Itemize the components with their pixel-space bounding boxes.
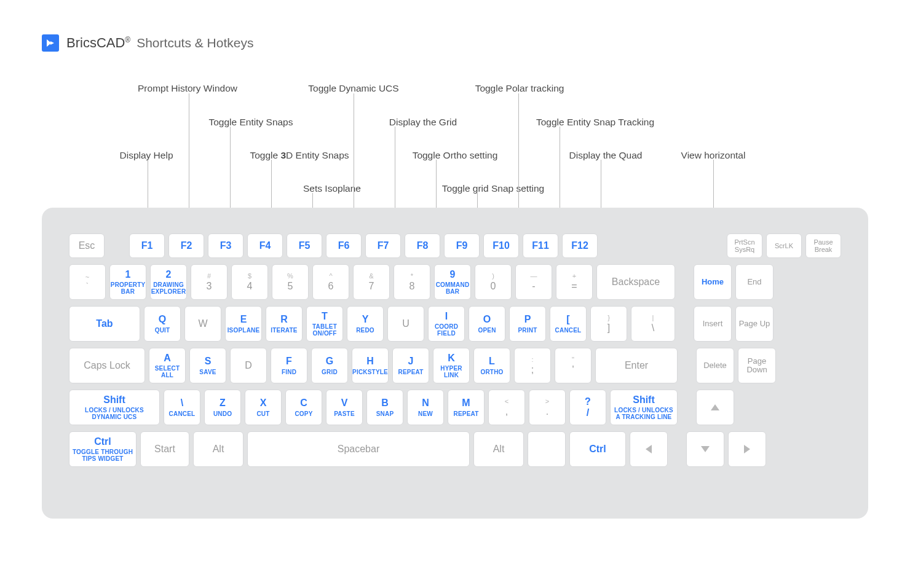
brand-logo-icon (42, 34, 59, 52)
key-f4: F4 (247, 233, 283, 258)
key-1: 1PROPERTY BAR (109, 264, 146, 300)
row-asdf: Caps Lock ASELECT ALL SSAVE D FFIND GGRI… (69, 348, 841, 383)
key-f12: F12 (562, 233, 598, 258)
key-rshift: ShiftLOCKS / UNLOCKS A TRACKING LINE (610, 390, 678, 425)
key-comma: <, (488, 390, 525, 425)
callout-home: View horizontal (681, 150, 746, 161)
arrow-up-icon (711, 404, 719, 410)
key-o: OOPEN (469, 306, 505, 342)
key-n: NNEW (407, 390, 444, 425)
key-space: Spacebar (247, 431, 470, 467)
key-t: TTABLET ON/OFF (306, 306, 343, 342)
key-3: #3 (191, 264, 228, 300)
key-arrow-up (696, 390, 734, 425)
key-scrlk: ScrLK (766, 233, 802, 258)
callout-f8: Toggle Ortho setting (413, 150, 498, 161)
key-r: RITERATE (266, 306, 303, 342)
key-g: GGRID (311, 348, 348, 383)
page-subtitle: Shortcuts & Hotkeys (136, 36, 253, 50)
key-equals: += (556, 264, 593, 300)
key-tilde: ~` (69, 264, 106, 300)
arrow-right-icon (744, 445, 750, 453)
callout-f9: Toggle grid Snap setting (442, 183, 544, 194)
key-tab: Tab (69, 306, 140, 342)
callout-f3: Toggle Entity Snaps (208, 117, 293, 128)
key-b: BSNAP (366, 390, 403, 425)
brand-name: BricsCAD® (66, 35, 130, 51)
callout-f11: Toggle Entity Snap Tracking (536, 117, 654, 128)
key-f1: F1 (129, 233, 165, 258)
key-s: SSAVE (189, 348, 226, 383)
row-bottom: CtrlTOGGLE THROUGH TIPS WIDGET Start Alt… (69, 431, 841, 467)
callout-f5: Sets Isoplane (303, 183, 361, 194)
callout-f4: Toggle 3D Entity Snaps (250, 150, 349, 161)
key-a: ASELECT ALL (149, 348, 186, 383)
key-5: %5 (272, 264, 309, 300)
arrow-down-icon (701, 446, 710, 452)
key-rbracket: }] (590, 306, 627, 342)
key-backspace: Backspace (596, 264, 675, 300)
key-6: ^6 (312, 264, 349, 300)
key-home: Home (694, 264, 732, 300)
callout-f2: Prompt History Window (138, 83, 237, 94)
key-lalt: Alt (193, 431, 243, 467)
key-0: )0 (475, 264, 512, 300)
key-f6: F6 (326, 233, 362, 258)
key-y: YREDO (347, 306, 384, 342)
key-enter: Enter (595, 348, 678, 383)
key-z: ZUNDO (204, 390, 241, 425)
key-period: >. (529, 390, 566, 425)
key-insert: Insert (694, 306, 732, 342)
keyboard-panel: Esc F1 F2 F3 F4 F5 F6 F7 F8 F9 F10 F11 F… (42, 208, 868, 519)
key-e: EISOPLANE (225, 306, 262, 342)
key-h: HPICKSTYLE (352, 348, 389, 383)
key-pause: Pause Break (805, 233, 841, 258)
key-start: Start (140, 431, 189, 467)
key-d: D (230, 348, 267, 383)
key-lshift: ShiftLOCKS / UNLOCKS DYNAMIC UCS (69, 390, 160, 425)
key-lbracket: [CANCEL (550, 306, 587, 342)
key-w: W (184, 306, 221, 342)
key-f3: F3 (208, 233, 243, 258)
key-c: CCOPY (285, 390, 322, 425)
key-f10: F10 (483, 233, 519, 258)
key-2: 2DRAWING EXPLORER (150, 264, 187, 300)
key-k: KHYPER LINK (433, 348, 470, 383)
key-slash: ?/ (569, 390, 606, 425)
row-function: Esc F1 F2 F3 F4 F5 F6 F7 F8 F9 F10 F11 F… (69, 233, 841, 258)
callout-f6: Toggle Dynamic UCS (308, 83, 398, 94)
key-f8: F8 (405, 233, 440, 258)
key-f5: F5 (287, 233, 322, 258)
key-f2: F2 (168, 233, 204, 258)
key-backslash: |\ (631, 306, 675, 342)
key-i: ICOORD FIELD (428, 306, 465, 342)
key-arrow-right (728, 431, 766, 467)
key-arrow-down (686, 431, 724, 467)
key-pgdn: Page Down (738, 348, 776, 383)
key-f9: F9 (444, 233, 480, 258)
key-u: U (387, 306, 424, 342)
row-zxcv: ShiftLOCKS / UNLOCKS DYNAMIC UCS \CANCEL… (69, 390, 841, 425)
row-qwerty: Tab QQUIT W EISOPLANE RITERATE TTABLET O… (69, 306, 841, 342)
key-menu (528, 431, 566, 467)
key-f: FFIND (271, 348, 307, 383)
callout-f10: Toggle Polar tracking (475, 83, 564, 94)
key-f7: F7 (365, 233, 401, 258)
key-pgup: Page Up (735, 306, 774, 342)
key-esc: Esc (69, 233, 105, 258)
key-ralt: Alt (473, 431, 524, 467)
key-9: 9COMMAND BAR (434, 264, 471, 300)
key-capslock: Caps Lock (69, 348, 145, 383)
key-x: XCUT (245, 390, 282, 425)
key-dash: —- (515, 264, 552, 300)
callout-f7: Display the Grid (389, 117, 457, 128)
key-prtscn: PrtScn SysRq (727, 233, 762, 258)
key-q: QQUIT (144, 306, 181, 342)
key-8: *8 (394, 264, 430, 300)
key-4: $4 (231, 264, 268, 300)
arrow-left-icon (646, 445, 652, 453)
key-v: VPASTE (326, 390, 363, 425)
key-apostrophe: "' (555, 348, 592, 383)
key-semicolon: :; (514, 348, 551, 383)
key-arrow-left (630, 431, 668, 467)
